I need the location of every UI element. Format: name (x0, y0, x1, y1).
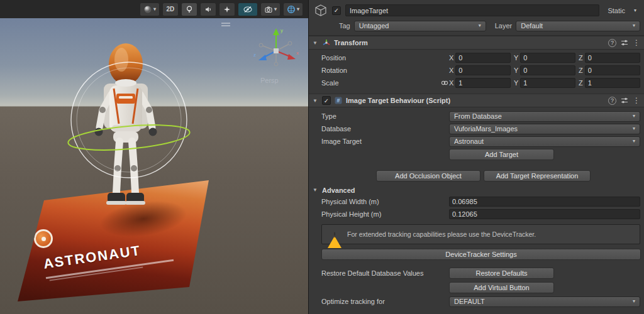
add-target-representation-button[interactable]: Add Target Representation (484, 170, 591, 181)
advanced-label: Advanced (322, 187, 355, 194)
physical-height-row: Physical Height (m) (309, 208, 644, 220)
caret-down-icon: ▾ (634, 8, 636, 13)
scene-audio-button[interactable] (200, 3, 216, 16)
type-row: Type From Database ▾ (309, 110, 644, 122)
tag-label: Tag (339, 22, 350, 30)
layer-value: Default (521, 22, 629, 30)
optimize-tracking-dropdown[interactable]: DEFAULT ▾ (449, 296, 640, 307)
svg-text:#: # (336, 97, 340, 104)
static-dropdown[interactable]: Static ▾ (608, 7, 636, 14)
physical-width-row: Physical Width (m) (309, 195, 644, 208)
scene-viewport[interactable]: ASTRONAUT (0, 18, 308, 314)
orientation-gizmo[interactable]: y x z (250, 23, 302, 76)
axis-x-label: x (296, 50, 299, 56)
speaker-icon (204, 5, 213, 14)
advanced-foldout[interactable]: ▼ Advanced (309, 185, 644, 195)
caret-down-icon: ▾ (153, 7, 156, 12)
database-value: VuforiaMars_Images (454, 125, 629, 133)
restore-defaults-label: Restore Default Database Values (321, 269, 449, 277)
physical-width-field[interactable] (449, 197, 640, 207)
position-label: Position (321, 54, 440, 62)
scene-lighting-button[interactable] (181, 3, 197, 16)
presets-icon[interactable] (621, 97, 628, 104)
type-dropdown[interactable]: From Database ▾ (449, 111, 640, 122)
z-axis-label: Z (579, 79, 583, 87)
foldout-icon[interactable]: ▼ (311, 40, 319, 46)
x-axis-label: X (449, 79, 453, 87)
overlay-menu-icon[interactable] (221, 23, 230, 28)
link-scale-icon[interactable] (441, 79, 448, 87)
gizmos-button[interactable]: ▾ (283, 3, 303, 16)
static-label: Static (608, 7, 625, 14)
gameobject-cube-icon (314, 4, 328, 18)
x-axis-label: X (449, 67, 453, 74)
scene-view: ▾ 2D (0, 0, 308, 314)
position-x-field[interactable] (455, 53, 511, 63)
axis-z-label: z (253, 52, 256, 58)
camera-icon (264, 5, 273, 14)
gameobject-header: ✓ Static ▾ Tag Untagged ▾ Layer Default … (309, 0, 644, 36)
transform-title: Transform (334, 39, 605, 46)
foldout-icon[interactable]: ▼ (311, 98, 319, 104)
caret-down-icon: ▾ (274, 7, 277, 12)
layer-dropdown[interactable]: Default ▾ (516, 21, 640, 31)
restore-defaults-row: Restore Default Database Values Restore … (309, 267, 644, 279)
presets-icon[interactable] (621, 39, 628, 46)
astronaut-model (66, 36, 186, 230)
shaded-sphere-icon (143, 5, 152, 14)
tag-dropdown[interactable]: Untagged ▾ (354, 21, 486, 31)
restore-defaults-button[interactable]: Restore Defaults (449, 268, 554, 279)
check-icon: ✓ (334, 7, 339, 14)
image-target-behaviour-title: Image Target Behaviour (Script) (346, 97, 605, 104)
camera-settings-button[interactable]: ▾ (260, 3, 280, 16)
axis-y-label: y (280, 28, 283, 33)
database-label: Database (321, 125, 449, 133)
scale-z-field[interactable] (585, 78, 640, 88)
scale-label: Scale (321, 79, 440, 87)
effects-star-icon (223, 5, 231, 14)
rotation-row: Rotation X Y Z (309, 64, 644, 77)
scene-visibility-button[interactable] (238, 3, 258, 16)
image-target-value: Astronaut (454, 138, 629, 145)
transform-component-header[interactable]: ▼ Transform ? ⋮ (309, 36, 644, 50)
rotation-label: Rotation (321, 67, 440, 74)
warning-text: For extended tracking capabilities pleas… (347, 230, 536, 238)
position-y-field[interactable] (520, 53, 575, 63)
database-row: Database VuforiaMars_Images ▾ (309, 122, 644, 135)
scale-x-field[interactable] (455, 78, 511, 88)
y-axis-label: Y (514, 54, 518, 62)
caret-down-icon: ▾ (633, 299, 635, 304)
rotation-y-field[interactable] (520, 65, 575, 75)
gameobject-name-field[interactable] (345, 4, 599, 16)
database-dropdown[interactable]: VuforiaMars_Images ▾ (449, 124, 640, 134)
gameobject-active-checkbox[interactable]: ✓ (332, 6, 341, 15)
2d-toggle-button[interactable]: 2D (162, 3, 179, 16)
x-axis-label: X (449, 54, 453, 62)
scale-y-field[interactable] (520, 78, 575, 88)
help-icon[interactable]: ? (608, 97, 616, 105)
scene-view-toolbar: ▾ 2D (0, 0, 308, 18)
image-target-behaviour-header[interactable]: ▼ ✓ # Image Target Behaviour (Script) ? … (309, 94, 644, 107)
add-virtual-button[interactable]: Add Virtual Button (449, 282, 554, 293)
projection-mode-label[interactable]: Persp (260, 77, 279, 84)
devicetracker-settings-button[interactable]: DeviceTracker Settings (321, 249, 641, 260)
position-z-field[interactable] (585, 53, 640, 63)
caret-down-icon: ▾ (297, 7, 299, 12)
caret-down-icon: ▾ (633, 139, 635, 144)
add-target-button[interactable]: Add Target (449, 149, 554, 160)
shading-mode-button[interactable]: ▾ (140, 3, 160, 16)
caret-down-icon: ▾ (633, 126, 635, 131)
component-enabled-checkbox[interactable]: ✓ (322, 96, 331, 105)
rotation-x-field[interactable] (455, 65, 511, 75)
rotation-z-field[interactable] (585, 65, 640, 75)
help-icon[interactable]: ? (608, 39, 616, 47)
check-icon: ✓ (324, 97, 329, 104)
warning-icon: ! (328, 229, 341, 241)
more-menu-icon[interactable]: ⋮ (633, 96, 640, 105)
more-menu-icon[interactable]: ⋮ (633, 38, 640, 47)
physical-height-field[interactable] (449, 209, 640, 219)
image-target-dropdown[interactable]: Astronaut ▾ (449, 136, 640, 147)
add-occlusion-object-button[interactable]: Add Occlusion Object (376, 170, 480, 181)
caret-down-icon: ▾ (633, 114, 635, 119)
effects-button[interactable] (219, 3, 235, 16)
